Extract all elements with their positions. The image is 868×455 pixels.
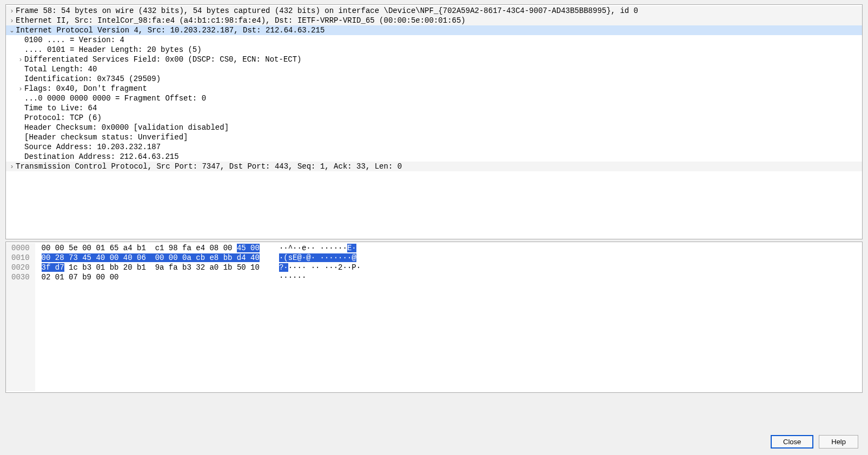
ascii-highlight: ?· xyxy=(279,263,288,272)
bytes-offset-column: 0000001000200030 xyxy=(6,243,35,391)
tree-ethernet[interactable]: › Ethernet II, Src: IntelCor_98:fa:e4 (a… xyxy=(6,16,862,25)
tree-ip-fragoff[interactable]: ...0 0000 0000 0000 = Fragment Offset: 0 xyxy=(6,93,862,103)
dialog-button-bar: Close Help xyxy=(771,435,858,449)
packet-bytes-pane[interactable]: 0000001000200030 00 00 5e 00 01 65 a4 b1… xyxy=(5,242,863,393)
hex-highlight: 45 00 xyxy=(237,244,260,252)
chevron-right-icon[interactable]: › xyxy=(8,162,16,171)
chevron-right-icon[interactable]: › xyxy=(8,6,16,16)
tree-eth-text: Ethernet II, Src: IntelCor_98:fa:e4 (a4:… xyxy=(16,16,466,25)
ascii-row-2[interactable]: ?····· ·· ···2··P· xyxy=(279,263,361,272)
tree-frame[interactable]: › Frame 58: 54 bytes on wire (432 bits),… xyxy=(6,6,862,16)
tree-ip-hlen[interactable]: .... 0101 = Header Length: 20 bytes (5) xyxy=(6,45,862,55)
hex-row-0[interactable]: 00 00 5e 00 01 65 a4 b1 c1 98 fa e4 08 0… xyxy=(42,243,260,253)
ascii-row-3[interactable]: ······ xyxy=(279,272,361,282)
close-button[interactable]: Close xyxy=(771,435,813,449)
tree-ip-src[interactable]: Source Address: 10.203.232.187 xyxy=(6,142,862,152)
packet-details-pane[interactable]: › Frame 58: 54 bytes on wire (432 bits),… xyxy=(5,4,863,239)
tree-ip-dsf[interactable]: › Differentiated Services Field: 0x00 (D… xyxy=(6,55,862,64)
tree-tcp[interactable]: › Transmission Control Protocol, Src Por… xyxy=(6,162,862,171)
tree-tcp-text: Transmission Control Protocol, Src Port:… xyxy=(16,162,402,171)
tree-frame-text: Frame 58: 54 bytes on wire (432 bits), 5… xyxy=(16,6,638,16)
tree-ipv4[interactable]: ⌄ Internet Protocol Version 4, Src: 10.2… xyxy=(6,25,862,35)
hex-row-3[interactable]: 02 01 07 b9 00 00 xyxy=(42,272,260,282)
ascii-highlight: E· xyxy=(347,244,356,252)
chevron-right-icon[interactable]: › xyxy=(17,55,24,64)
tree-ip-proto[interactable]: Protocol: TCP (6) xyxy=(6,113,862,123)
ascii-row-1[interactable]: ·(sE@·@· ·······@ xyxy=(279,253,361,263)
tree-ip-ttl[interactable]: Time to Live: 64 xyxy=(6,103,862,113)
tree-ip-cksum-status[interactable]: [Header checksum status: Unverified] xyxy=(6,132,862,142)
tree-ip-cksum[interactable]: Header Checksum: 0x0000 [validation disa… xyxy=(6,123,862,132)
bytes-ascii-column[interactable]: ··^··e·· ······E··(sE@·@· ·······@?·····… xyxy=(263,243,364,391)
tree-ip-version[interactable]: 0100 .... = Version: 4 xyxy=(6,35,862,45)
chevron-down-icon[interactable]: ⌄ xyxy=(8,25,16,35)
hex-highlight: 00 28 73 45 40 00 40 06 00 00 0a cb e8 b… xyxy=(42,253,260,262)
tree-ip-id[interactable]: Identification: 0x7345 (29509) xyxy=(6,74,862,84)
tree-ip-text: Internet Protocol Version 4, Src: 10.203… xyxy=(16,25,324,35)
hex-row-1[interactable]: 00 28 73 45 40 00 40 06 00 00 0a cb e8 b… xyxy=(42,253,260,263)
bytes-hex-column[interactable]: 00 00 5e 00 01 65 a4 b1 c1 98 fa e4 08 0… xyxy=(35,243,263,391)
tree-ip-totlen[interactable]: Total Length: 40 xyxy=(6,64,862,74)
hex-row-2[interactable]: 3f d7 1c b3 01 bb 20 b1 9a fa b3 32 a0 1… xyxy=(42,263,260,272)
ascii-highlight: ·(sE@·@· ·······@ xyxy=(279,253,356,262)
tree-ip-flags[interactable]: › Flags: 0x40, Don't fragment xyxy=(6,84,862,93)
hex-highlight: 3f d7 xyxy=(42,263,64,272)
help-button[interactable]: Help xyxy=(819,435,858,449)
ascii-row-0[interactable]: ··^··e·· ······E· xyxy=(279,243,361,253)
chevron-right-icon[interactable]: › xyxy=(17,84,24,93)
tree-ip-dst[interactable]: Destination Address: 212.64.63.215 xyxy=(6,152,862,162)
chevron-right-icon[interactable]: › xyxy=(8,16,16,25)
